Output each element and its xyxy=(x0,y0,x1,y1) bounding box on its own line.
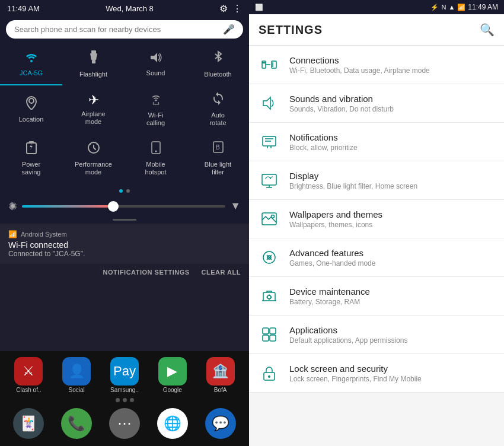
applications-icon xyxy=(259,324,280,345)
location-icon xyxy=(25,95,37,113)
svg-point-24 xyxy=(267,295,271,299)
search-bar[interactable]: 🎤 xyxy=(6,20,243,39)
flashlight-icon xyxy=(88,50,100,68)
display-subtitle: Brightness, Blue light filter, Home scre… xyxy=(289,182,495,190)
divider-handle xyxy=(0,216,249,223)
expand-icon[interactable]: ▼ xyxy=(230,200,241,212)
tile-wificalling[interactable]: Wi-Ficalling xyxy=(125,85,187,134)
svg-rect-14 xyxy=(262,61,266,68)
svg-point-5 xyxy=(29,98,34,103)
dot-1[interactable] xyxy=(119,189,123,193)
app-messages[interactable]: 💬 xyxy=(205,408,236,439)
tile-airplane[interactable]: ✈ Airplanemode xyxy=(62,85,125,134)
settings-item-advanced[interactable]: Advanced features Games, One-handed mode xyxy=(249,238,504,277)
svg-rect-25 xyxy=(263,328,269,334)
app-chrome[interactable]: 🌐 xyxy=(157,408,188,439)
clear-all-btn[interactable]: CLEAR ALL xyxy=(202,269,241,276)
mic-icon[interactable]: 🎤 xyxy=(223,24,235,35)
tile-performancemode[interactable]: Performancemode xyxy=(62,135,125,183)
brightness-thumb[interactable] xyxy=(108,201,119,212)
tile-bluelightfilter[interactable]: B Blue lightfilter xyxy=(187,135,249,183)
tile-wificalling-label: Wi-Ficalling xyxy=(146,112,165,127)
notifications-title: Notifications xyxy=(289,132,495,142)
tile-jca5g-label: JCA-5G xyxy=(20,69,43,77)
settings-status-bar: ⬜ ⚡ N ▲ 📶 11:49 AM xyxy=(249,0,504,14)
settings-item-display[interactable]: Display Brightness, Blue light filter, H… xyxy=(249,161,504,200)
tile-powersaving[interactable]: Powersaving xyxy=(0,135,62,183)
app-clash-icon: ⚔ xyxy=(14,357,43,386)
wallpapers-title: Wallpapers and themes xyxy=(289,209,495,219)
settings-list: Connections Wi-Fi, Bluetooth, Data usage… xyxy=(249,46,504,446)
advanced-title: Advanced features xyxy=(289,248,495,258)
tile-powersaving-label: Powersaving xyxy=(22,161,41,176)
app-icons-row: ⚔ Clash of.. 👤 Social Pay Samsung.. ▶ Go… xyxy=(0,355,249,396)
display-title: Display xyxy=(289,171,495,181)
tile-location-label: Location xyxy=(19,116,44,123)
brightness-track[interactable] xyxy=(22,205,225,208)
network-icon: N xyxy=(441,4,446,11)
settings-item-notifications[interactable]: Notifications Block, allow, prioritize xyxy=(249,123,504,161)
settings-item-connections[interactable]: Connections Wi-Fi, Bluetooth, Data usage… xyxy=(249,46,504,84)
tile-autorotate-label: Autorotate xyxy=(209,112,226,127)
tile-sound[interactable]: Sound xyxy=(125,44,187,85)
sounds-subtitle: Sounds, Vibration, Do not disturb xyxy=(289,105,495,113)
svg-point-21 xyxy=(272,215,275,218)
settings-item-lockscreen[interactable]: Lock screen and security Lock screen, Fi… xyxy=(249,354,504,393)
connections-subtitle: Wi-Fi, Bluetooth, Data usage, Airplane m… xyxy=(289,66,495,75)
connections-title: Connections xyxy=(289,55,495,65)
app-social[interactable]: 👤 Social xyxy=(62,357,91,393)
airplane-icon: ✈ xyxy=(88,93,99,108)
status-time: 11:49 AM xyxy=(7,4,40,13)
app-bofa[interactable]: 🏦 BofA xyxy=(206,357,235,393)
ind-dot-1 xyxy=(116,398,120,402)
app-samsung[interactable]: Pay Samsung.. xyxy=(110,357,139,393)
app-google[interactable]: ▶ Google xyxy=(158,357,187,393)
app-phone[interactable]: 📞 xyxy=(61,408,92,439)
svg-rect-7 xyxy=(27,143,36,154)
maintenance-icon xyxy=(259,285,280,307)
advanced-text: Advanced features Games, One-handed mode xyxy=(289,248,495,267)
settings-item-applications[interactable]: Applications Default applications, App p… xyxy=(249,316,504,354)
status-icons: ⚙ ⋮ xyxy=(219,3,242,14)
tile-autorotate[interactable]: Autorotate xyxy=(187,85,249,134)
search-input[interactable] xyxy=(14,25,218,34)
tile-performancemode-label: Performancemode xyxy=(75,161,112,176)
svg-rect-19 xyxy=(262,174,276,185)
lockscreen-text: Lock screen and security Lock screen, Fi… xyxy=(289,364,495,383)
sounds-icon xyxy=(259,93,280,114)
svg-point-6 xyxy=(155,100,157,101)
app-game[interactable]: 🃏 xyxy=(13,408,44,439)
bottom-app-row: 🃏 📞 ⋯ 🌐 💬 xyxy=(0,404,249,442)
svg-rect-1 xyxy=(91,50,96,53)
settings-item-sounds[interactable]: Sounds and vibration Sounds, Vibration, … xyxy=(249,84,504,123)
tile-mobilehotspot[interactable]: Mobilehotspot xyxy=(125,135,187,183)
display-text: Display Brightness, Blue light filter, H… xyxy=(289,171,495,190)
settings-title: SETTINGS xyxy=(259,23,323,37)
tile-mobilehotspot-label: Mobilehotspot xyxy=(145,161,166,176)
app-allapps[interactable]: ⋯ xyxy=(109,408,140,439)
dot-2[interactable] xyxy=(126,189,130,193)
notifications-text: Notifications Block, allow, prioritize xyxy=(289,132,495,152)
tile-bluetooth[interactable]: Bluetooth xyxy=(187,44,249,85)
tile-airplane-label: Airplanemode xyxy=(81,110,105,126)
settings-icon[interactable]: ⚙ xyxy=(219,3,228,14)
settings-item-maintenance[interactable]: Device maintenance Battery, Storage, RAM xyxy=(249,277,504,316)
tile-location[interactable]: Location xyxy=(0,85,62,134)
settings-item-wallpapers[interactable]: Wallpapers and themes Wallpapers, themes… xyxy=(249,200,504,238)
advanced-icon xyxy=(259,247,280,268)
notif-settings-btn[interactable]: NOTIFICATION SETTINGS xyxy=(103,269,190,276)
wificalling-icon xyxy=(149,91,163,109)
settings-right-icons: ⚡ N ▲ 📶 11:49 AM xyxy=(430,3,498,11)
tile-jca5g[interactable]: JCA-5G xyxy=(0,44,62,85)
app-clash[interactable]: ⚔ Clash of.. xyxy=(14,357,43,393)
more-icon[interactable]: ⋮ xyxy=(232,3,242,14)
applications-text: Applications Default applications, App p… xyxy=(289,325,495,345)
notif-wifi-icon: 📶 xyxy=(8,230,17,238)
tile-flashlight[interactable]: Flashlight xyxy=(62,44,125,85)
brightness-icon: ✺ xyxy=(8,200,17,213)
wifi-notification[interactable]: 📶 Android System Wi-Fi connected Connect… xyxy=(0,224,249,264)
wallpapers-text: Wallpapers and themes Wallpapers, themes… xyxy=(289,209,495,229)
notification-shade: 11:49 AM Wed, March 8 ⚙ ⋮ 🎤 JCA-5G xyxy=(0,0,249,446)
wallpapers-subtitle: Wallpapers, themes, icons xyxy=(289,221,495,229)
settings-search-icon[interactable]: 🔍 xyxy=(480,23,495,37)
